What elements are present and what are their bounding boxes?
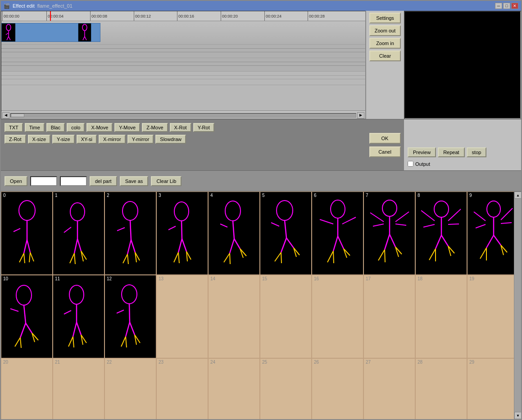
effect-time-button[interactable]: Time: [25, 123, 45, 132]
effect-ymove-button[interactable]: Y-Move: [114, 123, 140, 132]
sprite-cell-14[interactable]: 14: [208, 275, 260, 358]
sprite-cell-27[interactable]: 27: [363, 358, 415, 419]
tick-3: 00:00:12: [134, 11, 151, 21]
clear-lib-button[interactable]: Clear Lib: [151, 176, 182, 186]
scroll-thumb[interactable]: [11, 114, 24, 117]
sprite-cell-1[interactable]: 1: [53, 192, 104, 275]
v-scroll-track[interactable]: [514, 199, 521, 412]
cancel-button[interactable]: Canel: [369, 146, 401, 157]
effect-xsize-button[interactable]: X-size: [28, 135, 51, 144]
effect-ysize-button[interactable]: Y-size: [52, 135, 75, 144]
sprite-cell-21[interactable]: 21: [53, 358, 104, 419]
sprite-cell-12[interactable]: 12: [104, 275, 156, 358]
sprite-cell-3[interactable]: 3: [156, 192, 208, 275]
sprite-cell-18[interactable]: 18: [415, 275, 467, 358]
sprite-cell-17[interactable]: 17: [363, 275, 415, 358]
svg-line-66: [342, 217, 356, 224]
effect-zrot-button[interactable]: Z-Rot: [5, 135, 26, 144]
svg-point-63: [331, 200, 345, 218]
del-part-button[interactable]: del part: [90, 176, 117, 186]
minimize-button[interactable]: ─: [495, 3, 502, 9]
svg-line-51: [230, 253, 230, 264]
effect-xmirror-button[interactable]: X-mirror: [99, 135, 126, 144]
tick-0: 00:00:00: [2, 11, 19, 21]
ok-button[interactable]: OK: [369, 133, 401, 144]
effect-xmove-button[interactable]: X-Move: [86, 123, 113, 132]
cell-number-2: 2: [107, 193, 109, 198]
sprite-cell-10[interactable]: 10: [1, 275, 53, 358]
maximize-button[interactable]: □: [503, 3, 510, 9]
stop-button[interactable]: stop: [467, 147, 487, 157]
effect-xrot-button[interactable]: X-Rot: [170, 123, 191, 132]
effect-yrot-button[interactable]: Y-Rot: [193, 123, 214, 132]
svg-point-127: [122, 285, 137, 304]
svg-line-90: [448, 224, 459, 224]
scroll-down-button[interactable]: ▼: [514, 412, 521, 419]
open-button[interactable]: Open: [5, 176, 27, 186]
sprite-cell-20[interactable]: 20: [1, 358, 53, 419]
flamingo-svg-5: [266, 199, 306, 268]
svg-line-4: [9, 37, 10, 40]
track-clip-2[interactable]: [78, 23, 91, 42]
effect-txt-button[interactable]: TXT: [5, 123, 23, 132]
scroll-track[interactable]: [10, 113, 356, 118]
sprite-cell-7[interactable]: 7: [363, 192, 415, 275]
sprite-cell-4[interactable]: 4: [208, 192, 260, 275]
sprite-cell-11[interactable]: 11: [53, 275, 104, 358]
effect-zmove-button[interactable]: Z-Move: [142, 123, 168, 132]
sprite-cell-6[interactable]: 6: [312, 192, 363, 275]
effect-xysi-button[interactable]: XY-si: [77, 135, 97, 144]
effect-colo-button[interactable]: colo: [67, 123, 85, 132]
sprite-cell-13[interactable]: 13: [156, 275, 208, 358]
svg-line-87: [421, 210, 435, 221]
sprite-cell-16[interactable]: 16: [312, 275, 363, 358]
svg-line-92: [441, 235, 448, 246]
sprite-cell-2[interactable]: 2: [104, 192, 156, 275]
sprite-cell-25[interactable]: 25: [260, 358, 312, 419]
sprite-cell-0[interactable]: 0: [1, 192, 53, 275]
top-section: 00:00:00 00:00:04 00:00:08 00:00:12 00:0…: [1, 11, 521, 119]
effects-row-1: TXT Time Blac colo X-Move Y-Move Z-Move …: [5, 123, 362, 132]
title-bar-left: 🎬 Effect edit flame_effect_01: [4, 3, 73, 9]
scroll-right-button[interactable]: ▶: [357, 112, 364, 119]
effect-ymirror-button[interactable]: Y-mirror: [127, 135, 154, 144]
sprite-cell-22[interactable]: 22: [104, 358, 156, 419]
sprite-cell-8[interactable]: 8: [415, 192, 467, 275]
svg-line-93: [429, 249, 436, 260]
save-as-button[interactable]: Save as: [120, 176, 149, 186]
output-checkbox[interactable]: [408, 161, 413, 167]
sprite-cell-9[interactable]: 9: [467, 192, 514, 275]
scroll-left-button[interactable]: ◀: [2, 112, 9, 119]
effect-blac-button[interactable]: Blac: [46, 123, 65, 132]
scroll-up-button[interactable]: ▲: [514, 192, 521, 199]
middle-section: TXT Time Blac colo X-Move Y-Move Z-Move …: [1, 119, 521, 171]
svg-line-132: [121, 337, 126, 347]
sprite-cell-19[interactable]: 19: [467, 275, 514, 358]
preview-button[interactable]: Preview: [408, 147, 436, 157]
window-title: Effect edit: [13, 3, 35, 9]
zoom-out-button[interactable]: Zoom out: [369, 25, 401, 36]
sprite-cell-28[interactable]: 28: [415, 358, 467, 419]
clear-button[interactable]: Clear: [369, 50, 401, 61]
sprite-cell-5[interactable]: 5: [260, 192, 312, 275]
svg-line-3: [7, 37, 9, 40]
effect-slowdraw-button[interactable]: Slowdraw: [155, 135, 186, 144]
zoom-in-button[interactable]: Zoom in: [369, 38, 401, 49]
svg-line-42: [178, 252, 179, 263]
name-input-1[interactable]: [30, 176, 57, 186]
flamingo-svg-11: [59, 283, 99, 351]
svg-line-29: [117, 228, 125, 231]
sprite-cell-26[interactable]: 26: [312, 358, 363, 419]
sprite-cell-23[interactable]: 23: [156, 358, 208, 419]
svg-line-124: [73, 337, 74, 347]
svg-line-112: [20, 323, 26, 338]
playhead-marker: [50, 11, 51, 21]
name-input-2[interactable]: [60, 176, 87, 186]
settings-button[interactable]: Settings: [369, 13, 401, 23]
close-button[interactable]: ✕: [511, 3, 518, 9]
repeat-button[interactable]: Repeat: [438, 147, 464, 157]
sprite-cell-29[interactable]: 29: [467, 358, 514, 419]
flamingo-svg-3: [162, 199, 203, 268]
sprite-cell-15[interactable]: 15: [260, 275, 312, 358]
sprite-cell-24[interactable]: 24: [208, 358, 260, 419]
